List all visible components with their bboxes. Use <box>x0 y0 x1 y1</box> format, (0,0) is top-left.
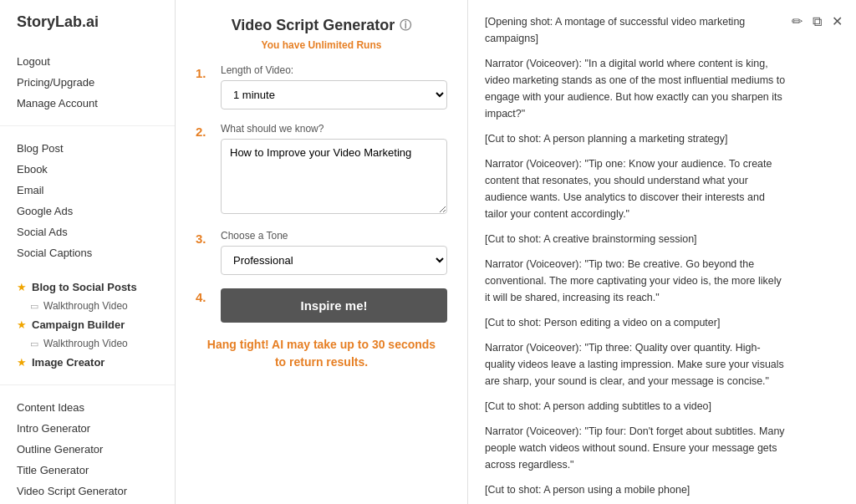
video-script-generator-link[interactable]: Video Script Generator <box>17 481 158 501</box>
step-3: 3. Choose a Tone Professional Casual Hum… <box>196 230 447 275</box>
campaign-builder-link[interactable]: ★ Campaign Builder <box>17 314 158 335</box>
blog-to-social-label: Blog to Social Posts <box>32 281 137 293</box>
manage-account-link[interactable]: Manage Account <box>17 93 158 114</box>
output-paragraph: [Cut to shot: A creative brainstorming s… <box>485 231 789 247</box>
page-title: Video Script Generator ⓘ <box>232 17 412 34</box>
bottom-tools-nav: Content Ideas Intro Generator Outline Ge… <box>0 394 175 504</box>
step-1: 1. Length of Video: 30 seconds 1 minute … <box>196 64 447 109</box>
output-paragraph: Narrator (Voiceover): "Tip two: Be creat… <box>485 256 789 306</box>
step-2-number: 2. <box>196 123 212 139</box>
step-4-number: 4. <box>196 288 212 304</box>
info-icon[interactable]: ⓘ <box>400 18 411 33</box>
video-length-select[interactable]: 30 seconds 1 minute 2 minutes 3 minutes … <box>221 80 447 109</box>
social-captions-link[interactable]: Social Captions <box>17 242 158 263</box>
step-4-content: Inspire me! <box>221 288 447 323</box>
form-panel: Video Script Generator ⓘ You have Unlimi… <box>176 0 468 504</box>
output-content: [Opening shot: A montage of successful v… <box>485 13 839 504</box>
step-3-content: Choose a Tone Professional Casual Humoro… <box>221 230 447 275</box>
image-creator-label: Image Creator <box>32 356 104 369</box>
star-icon: ★ <box>17 281 27 293</box>
copy-output-button[interactable]: ⧉ <box>811 12 823 31</box>
outline-generator-link[interactable]: Outline Generator <box>17 439 158 460</box>
pricing-link[interactable]: Pricing/Upgrade <box>17 72 158 93</box>
tools-nav: Blog Post Ebook Email Google Ads Social … <box>0 135 175 267</box>
page-title-text: Video Script Generator <box>232 17 395 34</box>
video-icon: ▭ <box>30 301 38 312</box>
output-paragraph: Narrator (Voiceover): "In a digital worl… <box>485 55 789 122</box>
app-logo: StoryLab.ai <box>0 13 175 48</box>
tone-label: Choose a Tone <box>221 230 447 242</box>
step-3-number: 3. <box>196 230 212 246</box>
page-title-area: Video Script Generator ⓘ <box>196 17 447 34</box>
output-actions: ✏ ⧉ ✕ <box>790 12 844 31</box>
output-paragraph: [Cut to shot: A person planning a market… <box>485 130 789 147</box>
output-paragraph: [Opening shot: A montage of successful v… <box>485 13 789 47</box>
intro-generator-link[interactable]: Intro Generator <box>17 418 158 439</box>
edit-output-button[interactable]: ✏ <box>790 12 804 31</box>
blog-post-link[interactable]: Blog Post <box>17 138 158 159</box>
title-generator-link[interactable]: Title Generator <box>17 460 158 481</box>
output-panel: ✏ ⧉ ✕ [Opening shot: A montage of succes… <box>468 0 856 504</box>
topic-textarea[interactable]: How to Improve your Video Marketing <box>221 139 447 214</box>
campaign-builder-label: Campaign Builder <box>32 318 125 331</box>
main-content: Video Script Generator ⓘ You have Unlimi… <box>176 0 856 504</box>
output-paragraph: [Cut to shot: A person using a mobile ph… <box>485 481 789 498</box>
topic-label: What should we know? <box>221 123 447 135</box>
step-1-number: 1. <box>196 64 212 80</box>
step-1-content: Length of Video: 30 seconds 1 minute 2 m… <box>221 64 447 109</box>
ebook-link[interactable]: Ebook <box>17 159 158 180</box>
output-paragraph: [Cut to shot: A person adding subtitles … <box>485 398 789 415</box>
sidebar: StoryLab.ai Logout Pricing/Upgrade Manag… <box>0 0 176 504</box>
output-paragraph: [Cut to shot: Person editing a video on … <box>485 314 789 331</box>
starred-nav: ★ Blog to Social Posts ▭ Walkthrough Vid… <box>0 273 175 376</box>
page-subtitle: You have Unlimited Runs <box>196 39 447 51</box>
image-creator-link[interactable]: ★ Image Creator <box>17 352 158 373</box>
loading-text: Hang tight! AI may take up to 30 seconds… <box>196 336 447 371</box>
star-icon-3: ★ <box>17 356 27 369</box>
blog-social-walkthrough[interactable]: ▭ Walkthrough Video <box>17 298 158 314</box>
video-length-label: Length of Video: <box>221 64 447 76</box>
blog-social-walkthrough-label: Walkthrough Video <box>43 300 128 312</box>
step-2: 2. What should we know? How to Improve y… <box>196 123 447 216</box>
top-nav: Logout Pricing/Upgrade Manage Account <box>0 48 175 117</box>
google-ads-link[interactable]: Google Ads <box>17 201 158 221</box>
step-2-content: What should we know? How to Improve your… <box>221 123 447 216</box>
output-paragraph: Narrator (Voiceover): "Tip three: Qualit… <box>485 339 789 389</box>
star-icon-2: ★ <box>17 318 27 331</box>
blog-to-social-link[interactable]: ★ Blog to Social Posts <box>17 277 158 298</box>
content-ideas-link[interactable]: Content Ideas <box>17 397 158 418</box>
email-link[interactable]: Email <box>17 180 158 201</box>
tone-select[interactable]: Professional Casual Humorous Inspiration… <box>221 246 447 275</box>
campaign-walkthrough[interactable]: ▭ Walkthrough Video <box>17 335 158 352</box>
close-output-button[interactable]: ✕ <box>830 12 844 31</box>
social-ads-link[interactable]: Social Ads <box>17 221 158 242</box>
logout-link[interactable]: Logout <box>17 51 158 72</box>
campaign-walkthrough-label: Walkthrough Video <box>43 338 128 349</box>
step-4: 4. Inspire me! <box>196 288 447 323</box>
output-paragraph: Narrator (Voiceover): "Tip four: Don't f… <box>485 423 789 473</box>
output-paragraph: Narrator (Voiceover): "Tip one: Know you… <box>485 155 789 222</box>
inspire-button[interactable]: Inspire me! <box>221 288 447 323</box>
video-icon-2: ▭ <box>30 339 38 349</box>
